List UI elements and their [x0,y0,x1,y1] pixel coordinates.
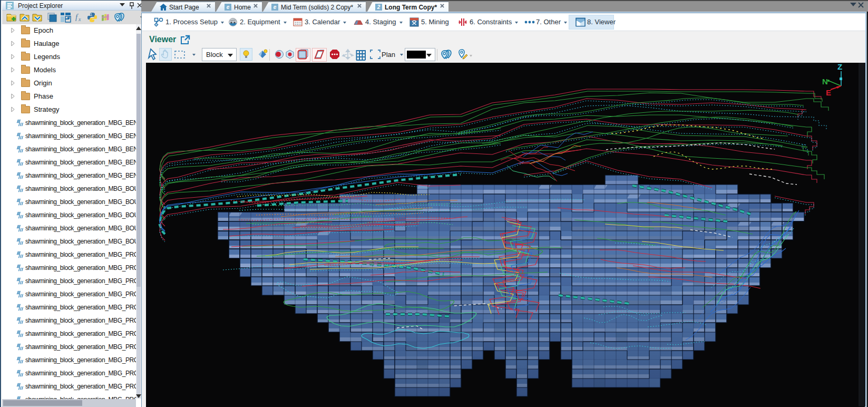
svg-text:E: E [826,88,831,97]
svg-text:x: x [78,16,81,22]
svg-text:N: N [822,77,828,86]
svg-text:Z: Z [837,63,842,71]
